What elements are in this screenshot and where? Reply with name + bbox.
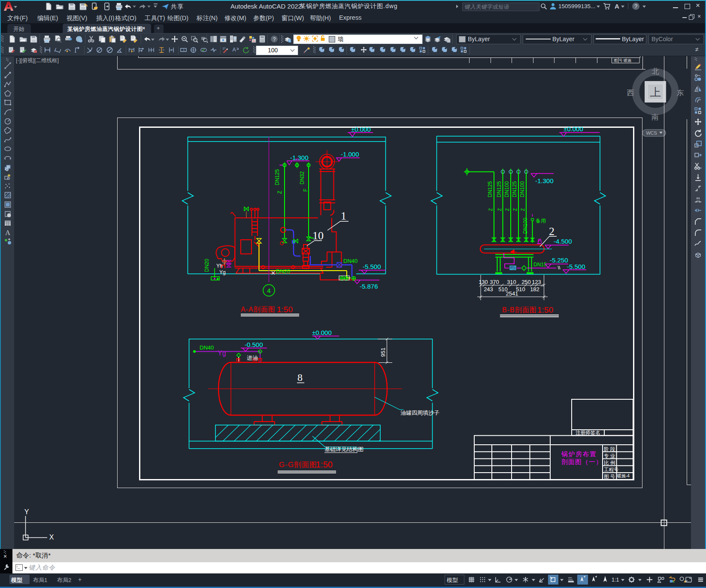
- svg-text:DN125: DN125: [512, 181, 518, 197]
- svg-text:?: ?: [634, 3, 637, 9]
- svg-text:B-B剖面图: B-B剖面图: [502, 306, 537, 314]
- svg-text:DN32: DN32: [299, 171, 305, 184]
- svg-text:±0.000: ±0.000: [312, 329, 332, 336]
- svg-text:123: 123: [532, 279, 541, 285]
- svg-text:DN100: DN100: [519, 181, 525, 197]
- svg-text:锅炉房布置: 锅炉房布置: [561, 450, 597, 458]
- svg-text:4: 4: [267, 287, 270, 294]
- svg-text:2541: 2541: [506, 290, 518, 297]
- svg-text:DN125: DN125: [487, 181, 493, 197]
- svg-text:图 号: 图 号: [604, 474, 615, 479]
- svg-text:[-][俯视][二维线框]: [-][俯视][二维线框]: [16, 57, 59, 63]
- svg-text:-5.876: -5.876: [360, 283, 378, 290]
- svg-text:±0.000: ±0.000: [351, 126, 371, 133]
- svg-text:北: 北: [652, 67, 659, 75]
- svg-text:DN100: DN100: [504, 181, 510, 197]
- svg-text:DN20: DN20: [204, 259, 210, 272]
- svg-text:10: 10: [312, 229, 324, 242]
- svg-text:-1.300: -1.300: [535, 177, 554, 184]
- svg-text:Z: Z: [505, 208, 510, 211]
- svg-text:Yg: Yg: [219, 269, 226, 275]
- svg-text:X: X: [49, 534, 54, 541]
- svg-text:182: 182: [530, 286, 539, 292]
- svg-text:-4.500: -4.500: [554, 238, 572, 245]
- svg-text:Yg: Yg: [218, 350, 226, 357]
- svg-text:250: 250: [521, 279, 531, 285]
- svg-text:8: 8: [297, 372, 303, 383]
- svg-text:基础详见结构图: 基础详见结构图: [324, 446, 364, 452]
- svg-text:±0.000: ±0.000: [564, 125, 583, 133]
- svg-text:上: 上: [650, 86, 661, 99]
- svg-text:DN40: DN40: [200, 344, 214, 351]
- svg-text:西: 西: [627, 89, 634, 97]
- svg-text:243: 243: [484, 286, 493, 292]
- svg-text:DN15: DN15: [533, 262, 547, 268]
- svg-text:DN125: DN125: [496, 181, 502, 197]
- svg-text:310: 310: [507, 279, 516, 285]
- svg-text:1:50: 1:50: [316, 460, 333, 469]
- svg-text:暖施-4: 暖施-4: [617, 473, 630, 478]
- svg-text:东: 东: [677, 89, 684, 97]
- svg-text:专 业: 专 业: [604, 453, 615, 458]
- svg-text:130: 130: [479, 279, 488, 285]
- svg-text:比 例: 比 例: [604, 460, 615, 465]
- svg-text:注册师签名: 注册师签名: [576, 430, 600, 435]
- svg-text:Yh: Yh: [216, 263, 223, 269]
- svg-text:1: 1: [341, 210, 346, 222]
- svg-text:工程号: 工程号: [604, 467, 619, 472]
- svg-text:-0.500: -0.500: [245, 341, 263, 348]
- svg-text:-1.000: -1.000: [341, 151, 359, 158]
- svg-text:F: F: [303, 189, 309, 192]
- svg-text:Y: Y: [24, 508, 29, 516]
- svg-text:DN100: DN100: [522, 217, 528, 234]
- svg-text:Z: Z: [520, 208, 525, 211]
- svg-text:DN40: DN40: [343, 258, 358, 264]
- svg-text:DN125: DN125: [274, 169, 280, 185]
- svg-text:阶 段: 阶 段: [604, 446, 615, 452]
- svg-text:370: 370: [490, 279, 499, 285]
- svg-text:G-G剖面图: G-G剖面图: [279, 461, 317, 469]
- svg-text:2: 2: [549, 225, 554, 238]
- svg-text:DN20: DN20: [276, 268, 290, 274]
- svg-text:951: 951: [380, 347, 386, 357]
- svg-text:WCS: WCS: [646, 130, 657, 136]
- svg-text:油罐四周填沙子: 油罐四周填沙子: [400, 410, 439, 416]
- svg-text:-1.300: -1.300: [290, 154, 309, 161]
- svg-text:剖面图（一）: 剖面图（一）: [561, 458, 603, 465]
- svg-text:南: 南: [651, 113, 659, 121]
- svg-text:Z: Z: [497, 208, 502, 211]
- svg-text:Z: Z: [512, 208, 518, 211]
- svg-text:Z: Z: [488, 208, 493, 211]
- svg-text:Z: Z: [277, 191, 283, 194]
- svg-text:1:50: 1:50: [277, 305, 293, 314]
- svg-text:A-A剖面图: A-A剖面图: [241, 306, 276, 313]
- svg-text:1:50: 1:50: [537, 305, 553, 314]
- svg-text:图 号 暖施: 图 号 暖施: [614, 58, 631, 63]
- svg-text:备用: 备用: [536, 218, 546, 224]
- svg-text:-5.500: -5.500: [363, 263, 381, 270]
- svg-text:-5.500: -5.500: [567, 263, 585, 270]
- svg-text:进油: 进油: [247, 355, 258, 361]
- svg-text:-5.250: -5.250: [550, 256, 568, 264]
